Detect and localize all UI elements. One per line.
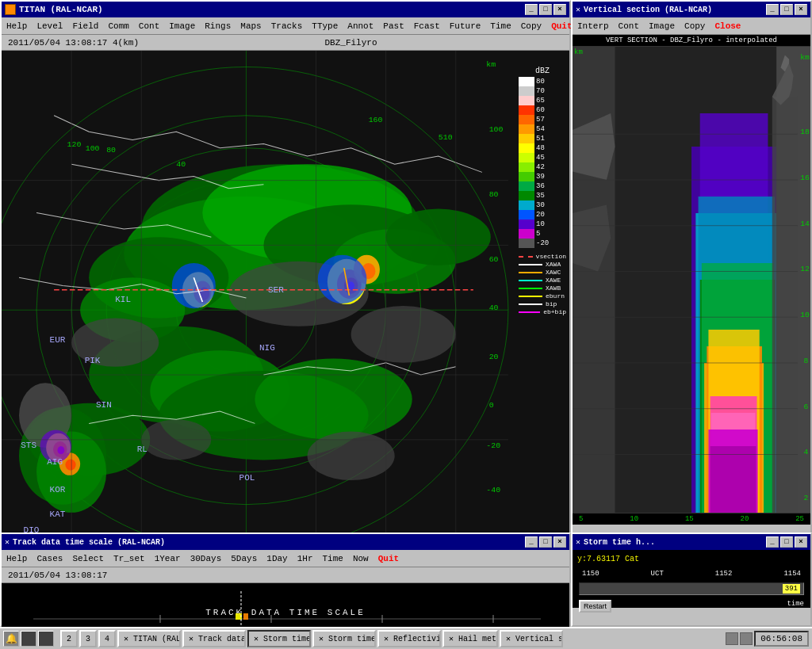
taskbar-app-list: 2 3 4 ✕ TITAN (RAL... ✕ Track data ti...… (57, 630, 726, 647)
menu-copy[interactable]: Copy (516, 20, 546, 32)
storm-maximize[interactable]: □ (780, 536, 793, 548)
vsection-menu-interp[interactable]: Interp (573, 20, 614, 32)
taskbar-vertical[interactable]: ✕ Vertical sect... (500, 630, 563, 647)
titan-maximize-btn[interactable]: □ (539, 4, 552, 15)
vsection-legend-item: vsection (519, 253, 566, 260)
track-menu-1year[interactable]: 1Year (150, 552, 186, 565)
vsection-menu-image[interactable]: Image (644, 20, 680, 32)
restart-button[interactable]: Restart (579, 600, 611, 613)
storm-window: ✕ Storm time h... _ □ × y:7.63117 Cat 11… (571, 533, 812, 627)
vsection-minimize[interactable]: _ (766, 4, 779, 15)
menu-tracks[interactable]: Tracks (266, 20, 308, 32)
taskbar-item-2[interactable]: 2 (60, 630, 78, 647)
xawb-legend-item: XAWB (519, 284, 566, 292)
vsection-menu-copy[interactable]: Copy (680, 20, 710, 32)
vsection-title: Vertical section (RAL-NCAR) (584, 6, 712, 14)
vsection-maximize[interactable]: □ (780, 4, 793, 15)
menu-annot[interactable]: Annot (343, 20, 378, 32)
vsection-display-title: VERT SECTION - DBZ_Filyro - interpolated (573, 35, 810, 47)
storm-progress-bar[interactable]: 391 (579, 582, 804, 595)
storm-metric-value: 391 (783, 584, 800, 594)
track-menu-help[interactable]: Help (2, 552, 32, 565)
track-menu-30days[interactable]: 30Days (186, 552, 227, 565)
track-menu-now[interactable]: Now (348, 552, 373, 565)
track-menu-5days[interactable]: 5Days (226, 552, 262, 565)
vsection-radar[interactable]: 2 4 6 8 10 12 14 16 18 km km (573, 47, 810, 513)
storm-minimize[interactable]: _ (766, 536, 779, 548)
track-minimize[interactable]: _ (525, 536, 538, 548)
taskbar-titan[interactable]: ✕ TITAN (RAL... (117, 630, 181, 647)
menu-future[interactable]: Future (445, 20, 486, 32)
track-status-bar: 2011/05/04 13:08:17 (2, 567, 569, 583)
track-status: 2011/05/04 13:08:17 (8, 571, 107, 580)
track-maximize[interactable]: □ (539, 536, 552, 548)
legend-item-neg20: -20 (519, 239, 566, 248)
vsection-controls: _ □ × (766, 4, 807, 15)
storm-close[interactable]: × (795, 536, 807, 548)
legend-color-30 (519, 200, 534, 210)
taskbar-item-4[interactable]: 4 (98, 630, 116, 647)
vsection-menu-close[interactable]: Close (710, 20, 745, 32)
taskbar-storm-time[interactable]: ✕ Storm time h... (247, 630, 311, 647)
vsection-menu-cont[interactable]: Cont (614, 20, 644, 32)
svg-text:80: 80 (106, 146, 116, 155)
svg-text:-40: -40 (486, 487, 500, 495)
legend-item-36: 36 (519, 181, 566, 191)
legend-label-57: 57 (536, 116, 545, 124)
vsection-x-15: 15 (685, 515, 694, 523)
menu-level[interactable]: Level (32, 20, 67, 32)
menu-time[interactable]: Time (485, 20, 515, 32)
menu-comm[interactable]: Comm (103, 20, 133, 32)
taskbar-hail[interactable]: ✕ Hail metrics (442, 630, 498, 647)
taskbar-icon-2[interactable] (21, 631, 36, 647)
svg-text:STS: STS (21, 441, 36, 450)
track-menu-quit[interactable]: Quit (373, 552, 404, 565)
menu-image[interactable]: Image (164, 20, 200, 32)
vsection-x-icon: ✕ (576, 5, 580, 14)
menu-ttype[interactable]: TType (307, 20, 343, 32)
eburn-legend-item: eburn (519, 292, 566, 300)
menu-past[interactable]: Past (378, 20, 408, 32)
track-menu-1day[interactable]: 1Day (262, 552, 292, 565)
track-menu-cases[interactable]: Cases (32, 552, 67, 565)
svg-point-15 (386, 208, 491, 265)
svg-text:16: 16 (800, 174, 810, 182)
menu-rings[interactable]: Rings (200, 20, 236, 32)
menu-help[interactable]: Help (2, 20, 32, 32)
uct-1150-prefix: UCT (651, 570, 664, 578)
storm-title: Storm time h... (584, 538, 655, 547)
menu-fcast[interactable]: Fcast (409, 20, 445, 32)
menu-field[interactable]: Field (67, 20, 103, 32)
track-menu-select[interactable]: Select (67, 552, 109, 565)
track-menu-bar: Help Cases Select Tr_set 1Year 30Days 5D… (2, 550, 569, 567)
taskbar-system-icons: 🔔 (3, 631, 54, 647)
vsection-close[interactable]: × (795, 4, 807, 15)
radar-display[interactable]: KIL EUR PIK SIN STS AIG KOR KAT DIO SER … (2, 51, 569, 553)
titan-close-btn[interactable]: × (553, 4, 566, 15)
taskbar-clock: 06:56:08 (754, 631, 809, 647)
legend-color-10 (519, 220, 534, 229)
legend-item-10: 10 (519, 220, 566, 229)
menu-cont[interactable]: Cont (134, 20, 164, 32)
taskbar-storm-time-2[interactable]: ✕ Storm time-h... (312, 630, 376, 647)
taskbar-track-data[interactable]: ✕ Track data ti... (182, 630, 246, 647)
storm-display[interactable]: y:7.63117 Cat 1150 UCT 1152 1154 391 Res… (573, 550, 810, 608)
track-menu-time[interactable]: Time (318, 552, 348, 565)
legend-color-70 (519, 86, 534, 96)
titan-minimize-btn[interactable]: _ (525, 4, 538, 15)
taskbar-icon-3[interactable] (38, 631, 54, 647)
track-menu-1hr[interactable]: 1Hr (293, 552, 318, 565)
svg-text:km: km (800, 53, 810, 62)
xawe-legend-item: XAWE (519, 277, 566, 284)
taskbar-icon-1[interactable]: 🔔 (3, 631, 19, 647)
taskbar-item-3[interactable]: 3 (79, 630, 97, 647)
legend-label-48: 48 (536, 144, 545, 152)
legend-label-65: 65 (536, 97, 545, 105)
svg-text:510: 510 (439, 134, 453, 143)
taskbar-reflectivity[interactable]: ✕ Reflectivity ... (377, 630, 441, 647)
legend-item-51: 51 (519, 134, 566, 143)
legend-title: dBZ (519, 67, 566, 75)
track-close[interactable]: × (553, 536, 566, 548)
menu-maps[interactable]: Maps (236, 20, 266, 32)
track-menu-trset[interactable]: Tr_set (109, 552, 150, 565)
